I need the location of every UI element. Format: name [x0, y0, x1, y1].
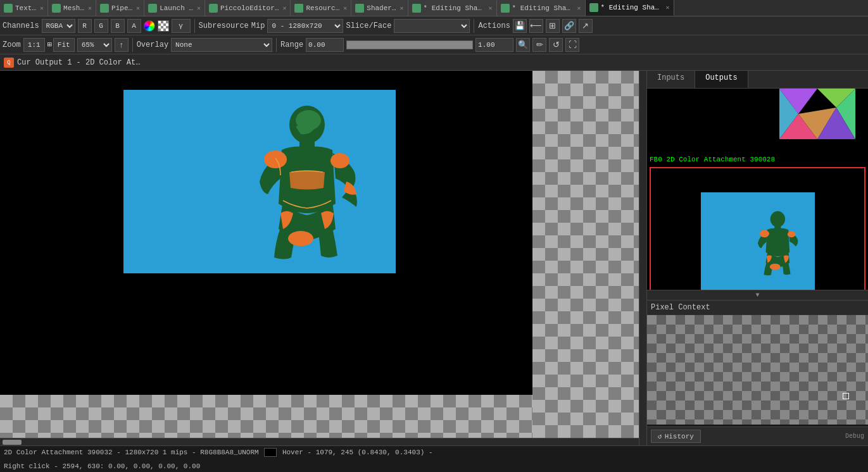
tab-close-launch[interactable]: ✕	[197, 4, 201, 12]
svg-point-2	[264, 151, 287, 168]
mip-label: Mip	[251, 22, 265, 30]
status-line1: 2D Color Attachment 390032 - 1280x720 1 …	[4, 448, 864, 457]
tab-label-editing1: * Editing Shad…	[424, 4, 485, 12]
tab-close-text[interactable]: ✕	[40, 4, 44, 12]
status-bar: 2D Color Attachment 390032 - 1280x720 1 …	[0, 445, 868, 472]
zoom-percent-select[interactable]: 65% 50% 100%	[77, 38, 112, 52]
pixel-context-panel: Pixel Context	[647, 300, 868, 426]
tab-close-resource[interactable]: ✕	[343, 4, 347, 12]
fit-icon: ⊞	[47, 40, 52, 49]
tab-icon-pipe	[100, 4, 109, 13]
tab-piccolo[interactable]: PiccoloEditor… ✕	[205, 0, 291, 16]
output-thumb-fb1[interactable]: FB1 2D Color Attachment 390032	[650, 167, 865, 290]
action2-button[interactable]: ⟵	[529, 19, 543, 33]
status-rightclick: Right click - 2594, 630: 0.00, 0.00, 0.0…	[4, 463, 200, 470]
tab-label-editing3: * Editing Shad…	[601, 4, 662, 11]
tab-close-mesh[interactable]: ✕	[88, 4, 92, 12]
action4-button[interactable]: 🔗	[562, 19, 576, 33]
zoom-up-button[interactable]: ↑	[115, 38, 129, 52]
gamma-button[interactable]: γ	[172, 19, 191, 33]
tab-editing1[interactable]: * Editing Shad… ✕	[408, 0, 497, 16]
fb0-image	[779, 89, 855, 139]
tab-shader[interactable]: Shader… ✕	[351, 0, 408, 16]
channel-a-button[interactable]: A	[127, 19, 141, 33]
tab-label-pipe: Pipe…	[111, 4, 132, 12]
history-label: History	[665, 433, 694, 440]
tab-pipe[interactable]: Pipe… ✕	[96, 0, 144, 16]
output-icon: Q	[4, 58, 14, 68]
fb0-preview	[647, 89, 868, 165]
tab-close-pipe[interactable]: ✕	[136, 4, 140, 12]
viewport-hscroll[interactable]	[0, 438, 639, 445]
tab-editing3[interactable]: * Editing Shad… ✕	[586, 0, 674, 16]
slice-select[interactable]	[394, 19, 470, 33]
tab-label-launch: Launch …	[160, 4, 193, 12]
tab-icon-editing2	[501, 4, 510, 13]
fb1-preview	[651, 168, 864, 290]
tab-mesh[interactable]: Mesh… ✕	[48, 0, 96, 16]
main-area: Inputs Outputs	[0, 71, 868, 445]
pixel-crosshair	[843, 393, 849, 399]
channel-r-button[interactable]: R	[78, 19, 92, 33]
debug-text: Debug	[845, 433, 864, 440]
tab-label-text: Text…	[15, 4, 36, 12]
zoom-in-button[interactable]: 🔍	[516, 38, 530, 52]
pixel-context-checker	[647, 315, 868, 425]
separator3	[132, 38, 133, 52]
svg-point-4	[288, 231, 313, 246]
eyedropper-button[interactable]: ✏	[532, 38, 546, 52]
scroll-down-arrow[interactable]: ▼	[647, 290, 868, 300]
tab-launch[interactable]: Launch … ✕	[144, 0, 205, 16]
svg-point-17	[787, 231, 795, 237]
tab-label-shader: Shader…	[367, 4, 396, 12]
actions-label: Actions	[478, 22, 510, 30]
tab-inputs[interactable]: Inputs	[647, 71, 695, 88]
mip-select[interactable]: 0 - 1280x720	[267, 19, 343, 33]
fullscreen-button[interactable]: ⛶	[565, 38, 579, 52]
subresource-label: Subresource	[199, 22, 249, 30]
status-line2: Right click - 2594, 630: 0.00, 0.00, 0.0…	[4, 463, 864, 470]
hscroll-thumb[interactable]	[3, 440, 22, 445]
svg-point-14	[770, 211, 784, 227]
tab-close-editing3[interactable]: ✕	[666, 4, 670, 11]
range-start-input[interactable]	[306, 38, 344, 52]
overlay-select[interactable]: None	[171, 38, 272, 52]
channels-select[interactable]: RGBA	[42, 19, 75, 33]
save-action-button[interactable]: 💾	[513, 19, 527, 33]
outputs-area[interactable]: FB0 2D Color Attachment 390028	[647, 89, 868, 290]
tab-label-resource: Resourc…	[306, 4, 339, 12]
tab-close-editing1[interactable]: ✕	[489, 4, 493, 12]
separator2	[474, 19, 474, 33]
tab-editing2[interactable]: * Editing Shad… ✕	[497, 0, 586, 16]
viewport[interactable]	[0, 71, 646, 445]
tab-label-piccolo: PiccoloEditor…	[220, 4, 279, 12]
tab-icon-piccolo	[209, 4, 218, 13]
tab-text[interactable]: Text… ✕	[0, 0, 48, 16]
action5-button[interactable]: ↗	[579, 19, 593, 33]
fb0-label: FB0 2D Color Attachment 390028	[650, 156, 775, 163]
overlay-label: Overlay	[137, 40, 168, 49]
right-tabs: Inputs Outputs	[647, 71, 868, 89]
slice-label: Slice/Face	[346, 22, 391, 30]
channel-b-button[interactable]: B	[111, 19, 125, 33]
range-slider[interactable]	[346, 40, 473, 49]
tab-close-piccolo[interactable]: ✕	[282, 4, 286, 12]
output-thumb-fb0[interactable]: FB0 2D Color Attachment 390028	[647, 89, 868, 165]
range-end-input[interactable]	[475, 38, 513, 52]
tab-close-shader[interactable]: ✕	[400, 4, 404, 12]
checker-icon[interactable]	[158, 20, 169, 32]
history-button[interactable]: ↺ History	[651, 430, 701, 443]
tab-resource[interactable]: Resourc… ✕	[291, 0, 351, 16]
action3-button[interactable]: ⊞	[546, 19, 560, 33]
tab-close-editing2[interactable]: ✕	[577, 4, 581, 12]
channel-g-button[interactable]: G	[94, 19, 108, 33]
tab-icon-editing1	[412, 4, 421, 13]
separator4	[276, 38, 277, 52]
color-wheel-icon[interactable]	[144, 20, 155, 32]
reset-button[interactable]: ↺	[549, 38, 563, 52]
fit-button[interactable]: Fit	[53, 38, 75, 52]
zoom-11-button[interactable]: 1:1	[23, 38, 45, 52]
tab-label-editing2: * Editing Shad…	[512, 4, 574, 12]
tab-outputs[interactable]: Outputs	[695, 71, 748, 88]
viewport-vscroll[interactable]	[639, 71, 646, 445]
